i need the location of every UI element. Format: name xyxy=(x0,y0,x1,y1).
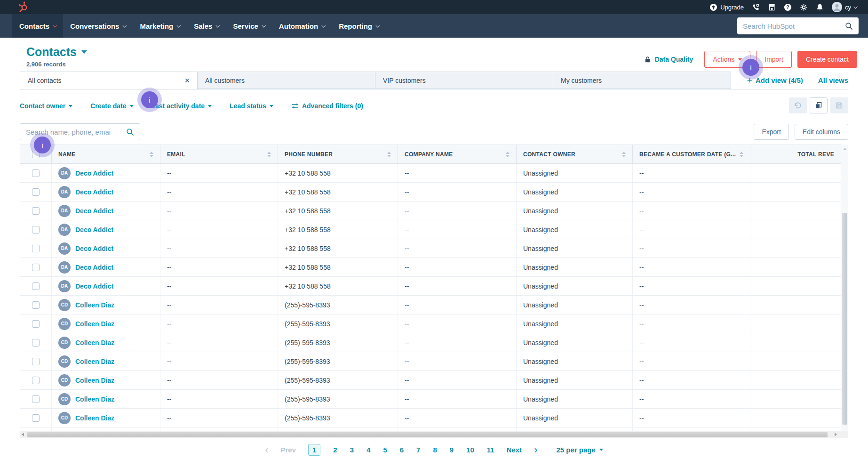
import-button[interactable]: Import xyxy=(756,51,792,68)
column-header[interactable]: TOTAL REVE xyxy=(750,145,841,164)
column-header[interactable]: PHONE NUMBER xyxy=(278,145,398,164)
all-views-link[interactable]: All views xyxy=(818,76,848,84)
filter-dropdown[interactable]: Last activity date xyxy=(151,102,212,110)
column-header[interactable]: CONTACT OWNER xyxy=(517,145,633,164)
contact-name-link[interactable]: Colleen Diaz xyxy=(75,377,114,384)
contact-name-link[interactable]: Colleen Diaz xyxy=(75,414,114,422)
undo-button[interactable] xyxy=(789,97,807,113)
contact-name-link[interactable]: Colleen Diaz xyxy=(75,358,114,365)
row-checkbox[interactable] xyxy=(32,320,40,328)
column-header[interactable]: NAME xyxy=(52,145,160,164)
horizontal-scrollbar-thumb[interactable] xyxy=(27,432,828,437)
export-button[interactable]: Export xyxy=(754,124,788,140)
nav-item[interactable]: Conversations xyxy=(63,14,133,38)
row-checkbox[interactable] xyxy=(32,301,40,309)
nav-item[interactable]: Automation xyxy=(272,14,332,38)
info-marker[interactable]: i xyxy=(742,59,759,76)
info-marker[interactable]: i xyxy=(141,91,158,108)
page-number[interactable]: 1 xyxy=(308,444,320,456)
user-menu[interactable]: cy xyxy=(832,2,857,12)
sort-icon[interactable] xyxy=(506,152,510,157)
view-tab[interactable]: All customers xyxy=(198,72,375,89)
nav-item[interactable]: Sales xyxy=(187,14,226,38)
row-checkbox[interactable] xyxy=(32,207,40,215)
global-search[interactable] xyxy=(737,17,859,34)
row-checkbox[interactable] xyxy=(32,282,40,290)
page-number[interactable]: 2 xyxy=(333,446,337,454)
marketplace-icon[interactable] xyxy=(768,3,776,11)
page-number[interactable]: 11 xyxy=(487,446,494,454)
page-number[interactable]: 9 xyxy=(450,446,454,454)
close-icon[interactable]: × xyxy=(184,76,190,85)
sort-icon[interactable] xyxy=(387,152,391,157)
page-number[interactable]: 10 xyxy=(466,446,474,454)
column-header[interactable]: BECAME A CUSTOMER DATE (G... xyxy=(633,145,750,164)
page-number[interactable]: 3 xyxy=(350,446,354,454)
nav-item[interactable]: Marketing xyxy=(133,14,187,38)
row-checkbox[interactable] xyxy=(32,226,40,234)
column-header[interactable]: EMAIL xyxy=(160,145,278,164)
create-contact-button[interactable]: Create contact xyxy=(797,51,857,68)
contact-name-link[interactable]: Deco Addict xyxy=(75,226,113,234)
search-icon[interactable] xyxy=(845,22,853,30)
row-checkbox[interactable] xyxy=(32,169,40,177)
contact-name-link[interactable]: Deco Addict xyxy=(75,264,113,271)
contact-search-input[interactable] xyxy=(26,128,122,136)
upgrade-button[interactable]: Upgrade xyxy=(709,3,744,11)
next-button[interactable]: Next xyxy=(507,446,522,454)
scroll-up-arrow-icon[interactable] xyxy=(843,148,847,150)
row-checkbox[interactable] xyxy=(32,414,40,422)
add-view-button[interactable]: + Add view (4/5) xyxy=(747,76,803,85)
row-checkbox[interactable] xyxy=(32,245,40,252)
next-chevron-icon[interactable]: › xyxy=(534,445,537,455)
global-search-input[interactable] xyxy=(743,22,841,30)
horizontal-scrollbar[interactable] xyxy=(20,431,848,438)
edit-columns-button[interactable]: Edit columns xyxy=(795,124,848,140)
search-icon[interactable] xyxy=(126,128,134,136)
contact-name-link[interactable]: Deco Addict xyxy=(75,245,113,252)
page-number[interactable]: 5 xyxy=(383,446,387,454)
contact-name-link[interactable]: Colleen Diaz xyxy=(75,339,114,346)
contact-name-link[interactable]: Deco Addict xyxy=(75,169,113,177)
contact-name-link[interactable]: Deco Addict xyxy=(75,282,113,290)
advanced-filters-button[interactable]: Advanced filters (0) xyxy=(291,102,363,110)
nav-item[interactable]: Reporting xyxy=(332,14,386,38)
sort-icon[interactable] xyxy=(622,152,626,157)
prev-chevron-icon[interactable]: ‹ xyxy=(265,445,268,455)
clone-view-button[interactable] xyxy=(810,97,828,113)
settings-gear-icon[interactable] xyxy=(800,3,808,11)
per-page-dropdown[interactable]: 25 per page xyxy=(556,446,603,454)
filter-dropdown[interactable]: Lead status xyxy=(230,102,273,110)
row-checkbox[interactable] xyxy=(32,264,40,271)
sort-icon[interactable] xyxy=(267,152,271,157)
row-checkbox[interactable] xyxy=(32,395,40,403)
scroll-left-arrow-icon[interactable] xyxy=(22,433,24,436)
nav-item[interactable]: Contacts xyxy=(12,14,63,38)
contact-name-link[interactable]: Deco Addict xyxy=(75,188,113,196)
vertical-scrollbar-thumb[interactable] xyxy=(842,213,847,425)
row-checkbox[interactable] xyxy=(32,188,40,196)
page-number[interactable]: 4 xyxy=(366,446,370,454)
page-number[interactable]: 6 xyxy=(400,446,404,454)
info-marker[interactable]: i xyxy=(34,137,51,153)
nav-item[interactable]: Service xyxy=(226,14,271,38)
calls-icon[interactable] xyxy=(752,3,760,11)
sort-icon[interactable] xyxy=(740,152,743,157)
filter-dropdown[interactable]: Create date xyxy=(90,102,133,110)
filter-dropdown[interactable]: Contact owner xyxy=(20,102,72,110)
row-checkbox[interactable] xyxy=(32,339,40,346)
notifications-bell-icon[interactable] xyxy=(816,3,824,11)
sort-icon[interactable] xyxy=(150,152,153,157)
hubspot-logo-icon[interactable] xyxy=(18,1,29,13)
row-checkbox[interactable] xyxy=(32,377,40,384)
save-view-button[interactable] xyxy=(830,97,848,113)
view-tab[interactable]: VIP customers xyxy=(375,72,553,89)
data-quality-link[interactable]: Data Quality xyxy=(644,56,693,63)
page-title-dropdown[interactable]: Contacts xyxy=(26,45,87,59)
contact-name-link[interactable]: Deco Addict xyxy=(75,207,113,215)
contact-name-link[interactable]: Colleen Diaz xyxy=(75,395,114,403)
contact-name-link[interactable]: Colleen Diaz xyxy=(75,301,114,309)
vertical-scrollbar[interactable] xyxy=(841,145,848,431)
scroll-right-arrow-icon[interactable] xyxy=(835,433,837,436)
page-number[interactable]: 7 xyxy=(416,446,420,454)
